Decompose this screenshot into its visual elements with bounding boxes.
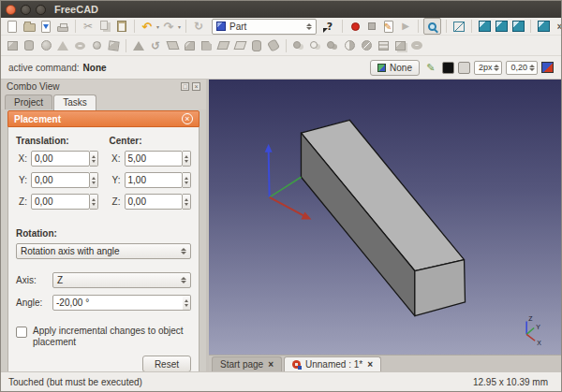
color-per-face-icon[interactable] — [541, 62, 554, 73]
panel-float-icon[interactable]: □ — [181, 82, 189, 91]
freecad-window: FreeCAD ▾ ▾ Part — [0, 0, 562, 392]
part-union-icon[interactable] — [325, 38, 340, 53]
part-thickness-icon[interactable] — [409, 38, 424, 53]
view-front-icon[interactable] — [494, 19, 509, 34]
part-offset-icon[interactable] — [392, 38, 407, 53]
macro-edit-icon[interactable] — [381, 19, 396, 34]
tab-start-page[interactable]: Start page × — [212, 356, 282, 371]
part-sphere-icon[interactable] — [38, 38, 53, 53]
part-cone-icon[interactable] — [55, 38, 70, 53]
view-isometric-icon[interactable] — [477, 19, 492, 34]
macro-record-icon[interactable] — [348, 19, 362, 34]
refresh-icon[interactable] — [191, 19, 206, 34]
translation-y-spin-icon[interactable] — [90, 172, 98, 188]
line-width-spinbox[interactable]: 2px — [474, 61, 503, 75]
3d-view[interactable]: Z Y X — [209, 80, 561, 355]
appearance-icon[interactable] — [423, 60, 438, 75]
part-section-icon[interactable] — [359, 38, 374, 53]
window-close-button[interactable] — [6, 5, 16, 15]
part-mirror-icon[interactable] — [165, 38, 180, 53]
rotation-mode-select[interactable]: Rotation axis with angle — [16, 243, 191, 259]
corner-axis-cross: Z Y X — [526, 315, 541, 347]
placement-close-icon[interactable]: × — [182, 113, 193, 124]
part-sweep-icon[interactable] — [266, 38, 281, 53]
part-box-icon[interactable] — [5, 38, 20, 53]
part-make-face-icon[interactable] — [215, 38, 230, 53]
part-torus-icon[interactable] — [72, 38, 87, 53]
copy-icon[interactable] — [97, 19, 112, 34]
draw-style-icon[interactable] — [451, 19, 466, 34]
face-color-button[interactable]: None — [370, 60, 420, 76]
line-color-swatch[interactable] — [442, 62, 454, 74]
line-width-spin-icon[interactable] — [494, 65, 499, 71]
part-boolean-icon[interactable] — [291, 38, 306, 53]
translation-x-field[interactable]: 0,00 — [31, 151, 90, 167]
part-create-primitives-icon[interactable] — [89, 38, 104, 53]
open-file-icon[interactable] — [22, 19, 37, 34]
angle-spin-icon[interactable] — [183, 295, 191, 311]
point-size-value: 0,20 — [510, 63, 527, 72]
view-right-icon[interactable] — [536, 19, 551, 34]
point-color-swatch[interactable] — [458, 62, 470, 74]
print-icon[interactable] — [55, 19, 70, 34]
part-common-icon[interactable] — [342, 38, 357, 53]
view-top-icon[interactable] — [510, 19, 525, 34]
center-z-spin-icon[interactable] — [183, 194, 191, 210]
macro-stop-icon[interactable] — [364, 19, 379, 34]
part-extrude-icon[interactable] — [131, 38, 146, 53]
center-y-spin-icon[interactable] — [183, 172, 191, 188]
reset-button[interactable]: Reset — [142, 356, 191, 372]
placement-title: Placement — [14, 114, 182, 124]
center-y-field[interactable]: 1,00 — [125, 172, 184, 188]
point-size-spinbox[interactable]: 0,20 — [506, 61, 538, 75]
paste-icon[interactable] — [114, 19, 129, 34]
point-size-spin-icon[interactable] — [529, 65, 535, 71]
cut-icon[interactable] — [81, 19, 96, 34]
part-cut-icon[interactable] — [308, 38, 323, 53]
new-file-icon[interactable] — [5, 19, 20, 34]
combo-view-header: Combo View □ × — [1, 80, 206, 94]
save-file-icon[interactable] — [38, 19, 53, 34]
workbench-selector[interactable]: Part — [212, 19, 317, 35]
part-cross-sections-icon[interactable] — [376, 38, 391, 53]
incremental-checkbox[interactable] — [16, 327, 27, 338]
start-page-close-icon[interactable]: × — [268, 360, 274, 370]
translation-z-field[interactable]: 0,00 — [31, 194, 90, 210]
redo-dropdown-icon[interactable]: ▾ — [178, 23, 181, 30]
undo-icon[interactable] — [140, 19, 155, 34]
appearance-controls: None 2px 0,20 — [370, 60, 554, 76]
part-shape-builder-icon[interactable] — [106, 38, 121, 53]
translation-z-spin-icon[interactable] — [90, 194, 98, 210]
unnamed-close-icon[interactable]: × — [367, 360, 373, 370]
undo-dropdown-icon[interactable]: ▾ — [156, 23, 159, 30]
tab-project[interactable]: Project — [5, 94, 52, 109]
center-z-field[interactable]: 0,00 — [125, 194, 184, 210]
active-command-label: active command: — [8, 63, 80, 73]
tab-unnamed-document[interactable]: Unnamed : 1* × — [284, 356, 381, 371]
center-x-spin-icon[interactable] — [183, 151, 191, 167]
axis-value: Z — [57, 275, 181, 285]
macro-play-icon[interactable] — [398, 19, 413, 34]
toolbar-overflow-icon[interactable] — [553, 19, 562, 34]
incremental-label: Apply incremental changes to object plac… — [33, 326, 191, 348]
tab-tasks[interactable]: Tasks — [53, 94, 96, 110]
fit-all-icon[interactable] — [423, 18, 441, 35]
part-chamfer-icon[interactable] — [199, 38, 214, 53]
part-ruled-surface-icon[interactable] — [232, 38, 247, 53]
angle-field[interactable]: -20,00 ° — [52, 295, 186, 311]
corner-x-label: X — [537, 340, 541, 346]
translation-y-field[interactable]: 0,00 — [31, 172, 90, 188]
axis-select[interactable]: Z — [52, 272, 191, 288]
window-minimize-button[interactable] — [21, 5, 31, 15]
panel-close-icon[interactable]: × — [192, 82, 200, 91]
part-cylinder-icon[interactable] — [22, 38, 37, 53]
translation-x-spin-icon[interactable] — [90, 151, 98, 167]
redo-icon[interactable] — [161, 19, 176, 34]
part-revolve-icon[interactable] — [148, 38, 163, 53]
whats-this-icon[interactable] — [322, 19, 337, 34]
center-x-field[interactable]: 5,00 — [125, 151, 184, 167]
part-fillet-icon[interactable] — [182, 38, 197, 53]
part-loft-icon[interactable] — [249, 38, 264, 53]
translation-y-label: Y: — [16, 175, 27, 185]
window-maximize-button[interactable] — [36, 5, 46, 15]
